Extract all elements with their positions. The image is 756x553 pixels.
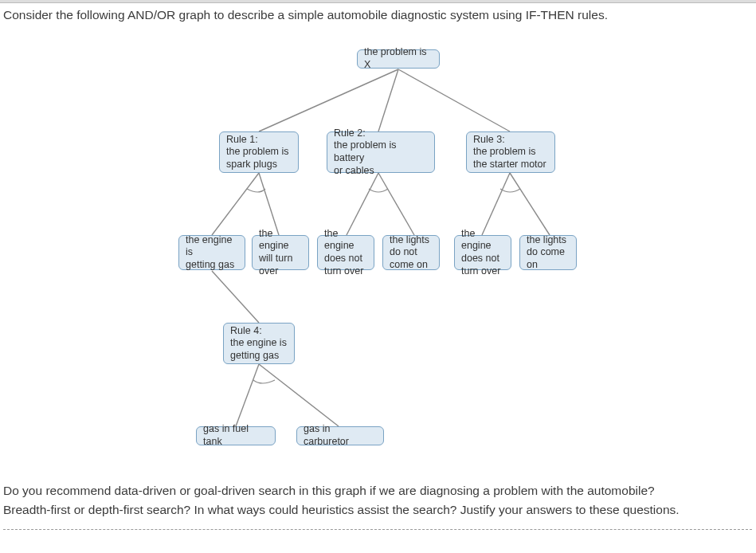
svg-line-3 bbox=[212, 173, 259, 235]
svg-line-2 bbox=[398, 69, 510, 131]
node-root: the problem is X bbox=[357, 49, 440, 69]
node-l2-label: the engine will turn over bbox=[259, 228, 302, 278]
node-b2-label: gas in carburetor bbox=[304, 423, 377, 448]
svg-line-5 bbox=[347, 173, 378, 235]
bottom-divider bbox=[3, 529, 752, 530]
question-text: Do you recommend data-driven or goal-dri… bbox=[3, 481, 752, 520]
node-l6: the lights do come on bbox=[519, 235, 577, 270]
svg-line-7 bbox=[482, 173, 510, 235]
node-rule1: Rule 1: the problem is spark plugs bbox=[219, 131, 299, 173]
diagram-container: the problem is X Rule 1: the problem is … bbox=[0, 25, 756, 472]
intro-text: Consider the following AND/OR graph to d… bbox=[3, 8, 608, 22]
svg-line-11 bbox=[259, 364, 339, 426]
node-l5-label: the engine does not turn over bbox=[461, 228, 504, 278]
node-rule2-label: Rule 2: the problem is battery or cables bbox=[334, 127, 428, 178]
svg-line-4 bbox=[259, 173, 279, 235]
node-l4: the lights do not come on bbox=[382, 235, 440, 270]
svg-line-8 bbox=[510, 173, 550, 235]
node-rule3-label: Rule 3: the problem is the starter motor bbox=[473, 134, 546, 171]
node-root-label: the problem is X bbox=[364, 46, 433, 71]
diagram-edges bbox=[0, 25, 756, 472]
node-rule4-label: Rule 4: the engine is getting gas bbox=[230, 325, 287, 363]
node-b2: gas in carburetor bbox=[296, 426, 384, 445]
question-line-2: Breadth-first or depth-first search? In … bbox=[3, 500, 752, 520]
node-l3: the engine does not turn over bbox=[317, 235, 374, 270]
node-rule4: Rule 4: the engine is getting gas bbox=[223, 323, 295, 364]
svg-line-9 bbox=[212, 271, 259, 323]
node-b1: gas in fuel tank bbox=[196, 426, 276, 445]
svg-line-10 bbox=[236, 364, 259, 426]
node-l1: the engine is getting gas bbox=[178, 235, 245, 270]
svg-line-0 bbox=[259, 69, 398, 131]
svg-line-1 bbox=[378, 69, 398, 131]
svg-line-6 bbox=[378, 173, 414, 235]
node-rule1-label: Rule 1: the problem is spark plugs bbox=[226, 134, 289, 171]
node-l6-label: the lights do come on bbox=[527, 234, 566, 272]
question-line-1: Do you recommend data-driven or goal-dri… bbox=[3, 481, 752, 500]
page: Consider the following AND/OR graph to d… bbox=[0, 3, 756, 553]
node-b1-label: gas in fuel tank bbox=[203, 423, 268, 448]
node-l2: the engine will turn over bbox=[252, 235, 309, 270]
node-l5: the engine does not turn over bbox=[454, 235, 511, 270]
node-rule3: Rule 3: the problem is the starter motor bbox=[466, 131, 555, 173]
node-l3-label: the engine does not turn over bbox=[324, 228, 367, 278]
node-l1-label: the engine is getting gas bbox=[186, 234, 238, 272]
node-l4-label: the lights do not come on bbox=[390, 234, 429, 272]
node-rule2: Rule 2: the problem is battery or cables bbox=[327, 131, 435, 173]
